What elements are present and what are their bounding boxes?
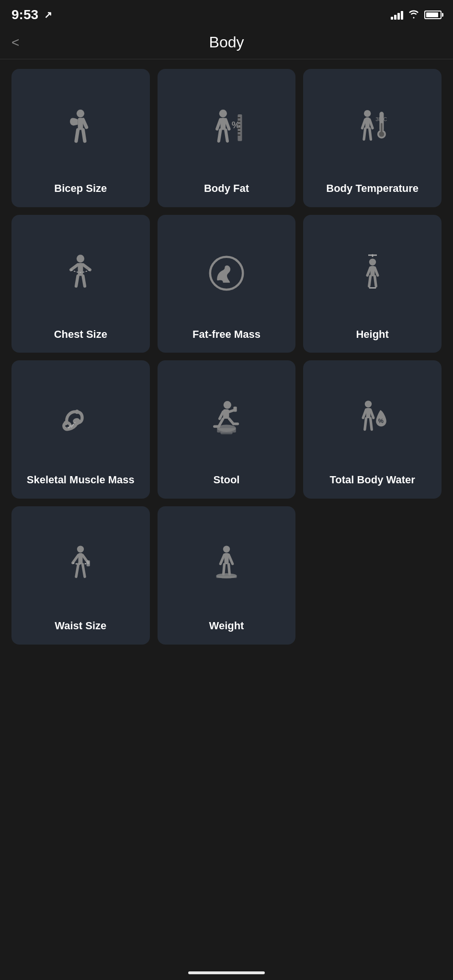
- waist-size-label: Waist Size: [55, 619, 106, 633]
- svg-point-30: [75, 421, 79, 425]
- skeletal-muscle-mass-label: Skeletal Muscle Mass: [27, 473, 135, 487]
- grid-item-total-body-water[interactable]: % Total Body Water: [303, 360, 442, 499]
- bicep-size-icon: [17, 78, 144, 176]
- grid-item-bicep-size[interactable]: Bicep Size: [11, 69, 150, 207]
- height-icon: [309, 224, 436, 322]
- svg-rect-17: [381, 123, 383, 134]
- grid-item-body-temperature[interactable]: 38°C Body Temperature: [303, 69, 442, 207]
- svg-point-19: [77, 255, 84, 262]
- svg-point-38: [364, 401, 371, 408]
- bicep-size-label: Bicep Size: [54, 182, 107, 196]
- svg-text:38°C: 38°C: [375, 116, 387, 122]
- grid-item-fat-free-mass[interactable]: Fat-free Mass: [158, 215, 296, 353]
- chest-size-label: Chest Size: [54, 328, 107, 342]
- grid-item-waist-size[interactable]: Waist Size: [11, 506, 150, 645]
- waist-size-icon: [17, 516, 144, 613]
- svg-point-12: [364, 110, 371, 117]
- location-icon: ↗: [44, 9, 52, 21]
- grid-item-skeletal-muscle-mass[interactable]: Skeletal Muscle Mass: [11, 360, 150, 499]
- status-bar: 9:53 ↗: [0, 0, 453, 26]
- svg-point-0: [77, 110, 84, 117]
- grid-item-weight[interactable]: Weight: [158, 506, 296, 645]
- skeletal-muscle-mass-icon: [17, 370, 144, 468]
- svg-point-29: [75, 410, 79, 414]
- status-time: 9:53 ↗: [11, 7, 52, 22]
- wifi-icon: [408, 9, 419, 21]
- signal-bars-icon: [391, 10, 403, 20]
- height-label: Height: [356, 328, 388, 342]
- body-metrics-grid: Bicep Size %: [0, 59, 453, 654]
- svg-rect-5: [238, 114, 242, 141]
- grid-empty-cell: [303, 506, 442, 645]
- grid-item-height[interactable]: Height: [303, 215, 442, 353]
- grid-item-chest-size[interactable]: Chest Size: [11, 215, 150, 353]
- stool-icon: [163, 370, 290, 468]
- grid-item-body-fat[interactable]: % Body Fat: [158, 69, 296, 207]
- body-temperature-icon: 38°C: [309, 78, 436, 176]
- total-body-water-icon: %: [309, 370, 436, 468]
- svg-rect-43: [87, 560, 90, 567]
- grid-item-stool[interactable]: Stool: [158, 360, 296, 499]
- weight-icon: [163, 516, 290, 613]
- svg-rect-33: [223, 410, 229, 419]
- battery-icon: [424, 11, 442, 19]
- svg-point-44: [223, 546, 230, 552]
- body-fat-icon: %: [163, 78, 290, 176]
- weight-label: Weight: [209, 619, 244, 633]
- stool-label: Stool: [213, 473, 239, 487]
- page-title: Body: [209, 33, 244, 51]
- back-button[interactable]: <: [11, 35, 19, 50]
- home-indicator: [188, 971, 265, 974]
- svg-point-32: [224, 401, 231, 409]
- total-body-water-label: Total Body Water: [329, 473, 415, 487]
- status-icons: [391, 9, 442, 21]
- body-temperature-label: Body Temperature: [326, 182, 419, 196]
- svg-rect-47: [216, 576, 237, 578]
- svg-text:%: %: [378, 418, 383, 424]
- svg-rect-34: [233, 407, 237, 412]
- nav-bar: < Body: [0, 26, 453, 59]
- svg-point-41: [77, 546, 84, 552]
- svg-rect-37: [220, 432, 232, 434]
- svg-point-2: [219, 110, 227, 117]
- svg-point-31: [64, 421, 68, 425]
- chest-size-icon: [17, 224, 144, 322]
- body-fat-label: Body Fat: [204, 182, 249, 196]
- fat-free-mass-icon: [163, 224, 290, 322]
- svg-point-22: [369, 258, 375, 265]
- fat-free-mass-label: Fat-free Mass: [193, 328, 260, 342]
